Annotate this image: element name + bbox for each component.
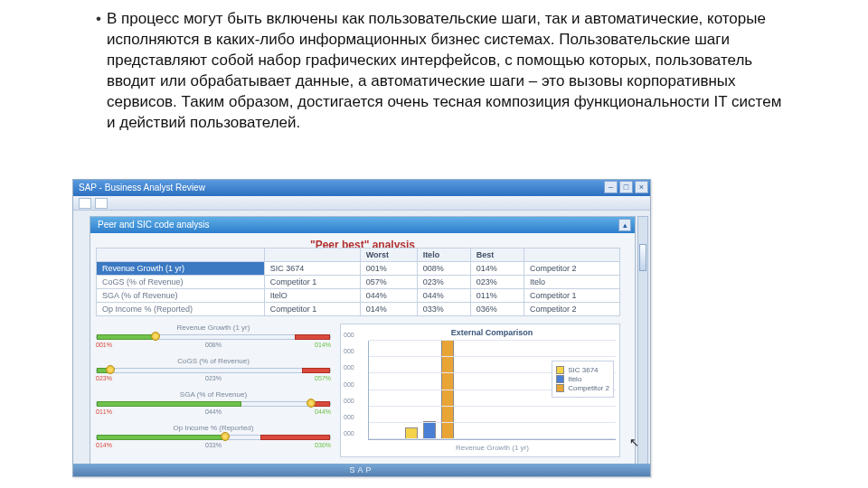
legend-item: Itelo <box>556 375 609 383</box>
chart-ytick: 000 <box>344 364 354 371</box>
table-cell: ItelO <box>264 289 360 303</box>
slider[interactable]: SGA (% of Revenue)011%044%044% <box>96 390 331 415</box>
analysis-panel: Peer and SIC code analysis ▴ "Peer best"… <box>90 216 636 469</box>
window-maximize-button[interactable]: □ <box>619 181 633 193</box>
chart-xlabel: Revenue Growth (1 yr) <box>369 444 616 452</box>
table-row[interactable]: CoGS (% of Revenue)Competitor 1057%023%0… <box>97 276 620 289</box>
table-header: Worst <box>360 249 417 262</box>
legend-item: Competitor 2 <box>556 384 609 392</box>
table-cell: 023% <box>470 276 524 289</box>
table-cell: Itelo <box>524 276 619 289</box>
slide-bullet: • В процесс могут быть включены как поль… <box>90 9 787 134</box>
chart-ytick: 000 <box>344 380 354 387</box>
slider-track[interactable] <box>96 368 331 373</box>
toolbar-button[interactable] <box>79 198 91 209</box>
table-header <box>264 249 360 262</box>
table-cell: 014% <box>360 303 417 316</box>
slider-knob[interactable] <box>106 365 115 374</box>
slider-track[interactable] <box>96 401 331 407</box>
table-cell: 011% <box>470 289 524 303</box>
table-row[interactable]: Op Income % (Reported)Competitor 1014%03… <box>97 303 620 316</box>
vertical-scrollbar[interactable] <box>637 216 648 469</box>
slider-track[interactable] <box>96 435 331 440</box>
chart-legend: SIC 3674IteloCompetitor 2 <box>552 361 614 398</box>
toolbar <box>73 196 650 211</box>
table-cell: 008% <box>417 262 470 276</box>
sap-window: SAP - Business Analyst Review – □ × Peer… <box>72 179 651 477</box>
window-title: SAP - Business Analyst Review <box>79 183 205 192</box>
slider-label: Op Income % (Reported) <box>96 424 331 432</box>
table-cell: Competitor 1 <box>264 303 360 316</box>
table-cell: 001% <box>360 262 417 276</box>
table-header: Best <box>470 249 524 262</box>
chart-ytick: 000 <box>344 397 354 403</box>
panel-collapse-button[interactable]: ▴ <box>618 219 631 231</box>
slider-label: Revenue Growth (1 yr) <box>96 324 331 332</box>
chart-bar <box>423 421 436 439</box>
table-cell: 033% <box>417 303 470 316</box>
table-cell: Competitor 1 <box>524 289 619 303</box>
chart-title: External Comparison <box>368 328 616 337</box>
bullet-marker: • <box>90 9 107 134</box>
slider-label: SGA (% of Revenue) <box>96 390 331 399</box>
chart-ytick: 000 <box>344 348 354 354</box>
table-cell: Competitor 2 <box>524 303 619 316</box>
toolbar-button[interactable] <box>95 198 108 209</box>
bullet-text: В процесс могут быть включены как пользо… <box>107 9 787 134</box>
sap-footer: SAP <box>73 464 650 476</box>
scrollbar-thumb[interactable] <box>639 244 646 271</box>
table-header <box>97 249 265 262</box>
slider-stack: Revenue Growth (1 yr)001%008%014%CoGS (%… <box>96 324 331 457</box>
window-titlebar[interactable]: SAP - Business Analyst Review – □ × <box>73 180 650 196</box>
table-row[interactable]: SGA (% of Revenue)ItelO044%044%011%Compe… <box>97 289 620 303</box>
slider[interactable]: Revenue Growth (1 yr)001%008%014% <box>96 324 331 348</box>
table-cell: Competitor 2 <box>524 262 619 276</box>
table-cell: Revenue Growth (1 yr) <box>97 262 265 276</box>
table-cell: SIC 3674 <box>264 262 360 276</box>
table-cell: Competitor 1 <box>264 276 360 289</box>
window-minimize-button[interactable]: – <box>604 181 618 193</box>
slider-label: CoGS (% of Revenue) <box>96 357 331 365</box>
chart-ytick: 000 <box>344 332 354 338</box>
table-header <box>524 249 619 262</box>
window-close-button[interactable]: × <box>635 181 648 193</box>
table-cell: 057% <box>360 276 417 289</box>
table-cell: CoGS (% of Revenue) <box>97 276 265 289</box>
panel-header[interactable]: Peer and SIC code analysis ▴ <box>90 217 635 233</box>
analysis-table: WorstIteloBest Revenue Growth (1 yr)SIC … <box>96 248 620 316</box>
slider[interactable]: CoGS (% of Revenue)023%023%057% <box>96 357 331 381</box>
table-cell: Op Income % (Reported) <box>97 303 265 316</box>
legend-item: SIC 3674 <box>556 366 609 374</box>
table-cell: SGA (% of Revenue) <box>97 289 265 303</box>
slider-knob[interactable] <box>221 432 230 441</box>
slider-knob[interactable] <box>151 332 160 341</box>
panel-header-label: Peer and SIC code analysis <box>98 220 209 230</box>
table-cell: 014% <box>470 262 524 276</box>
table-cell: 044% <box>417 289 470 303</box>
table-row[interactable]: Revenue Growth (1 yr)SIC 3674001%008%014… <box>97 262 620 276</box>
slider-track[interactable] <box>96 334 331 340</box>
table-header: Itelo <box>417 249 470 262</box>
chart-ytick: 000 <box>344 413 354 419</box>
slider[interactable]: Op Income % (Reported)014%033%036% <box>96 424 331 448</box>
table-cell: 023% <box>417 276 470 289</box>
cursor-icon: ↖ <box>629 436 639 449</box>
table-cell: 044% <box>360 289 417 303</box>
external-comparison-chart: External Comparison Revenue Growth (1 yr… <box>340 324 620 457</box>
chart-ytick: 000 <box>344 430 354 436</box>
table-cell: 036% <box>470 303 524 316</box>
